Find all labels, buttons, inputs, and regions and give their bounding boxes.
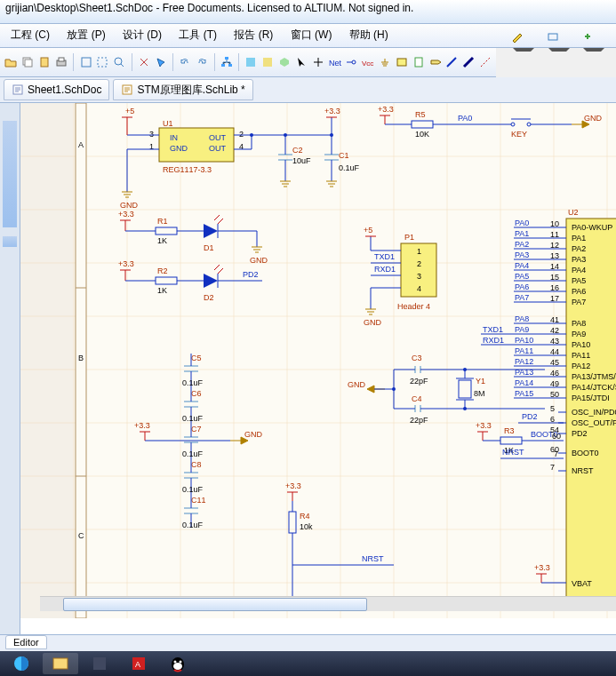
svg-rect-6 (82, 58, 91, 67)
svg-text:TXD1: TXD1 (374, 252, 395, 261)
svg-text:Y1: Y1 (476, 377, 485, 386)
tab-sheet1[interactable]: Sheet1.SchDoc (4, 79, 109, 100)
cursor-icon[interactable] (294, 53, 309, 71)
svg-text:U2: U2 (568, 208, 579, 217)
svg-text:Header 4: Header 4 (397, 302, 430, 311)
svg-text:C11: C11 (191, 496, 206, 505)
horizontal-scrollbar[interactable] (40, 596, 616, 611)
svg-text:PA11: PA11 (515, 346, 533, 355)
svg-text:PA1: PA1 (515, 229, 529, 238)
redo-icon[interactable] (195, 53, 210, 71)
svg-point-90 (463, 407, 467, 410)
toolbar-1: Net Vcc (0, 48, 496, 77)
svg-text:1K: 1K (157, 236, 167, 245)
layer-icon[interactable] (539, 28, 571, 49)
left-panel[interactable] (0, 103, 20, 652)
undo-icon[interactable] (178, 53, 193, 71)
svg-text:+3.3: +3.3 (118, 210, 134, 219)
svg-text:+5: +5 (364, 226, 372, 235)
svg-text:2: 2 (239, 130, 244, 139)
menu-window[interactable]: 窗口 (W) (284, 26, 340, 44)
tool-c-icon[interactable] (277, 53, 292, 71)
svg-text:C: C (78, 531, 84, 540)
pin-icon[interactable] (344, 53, 359, 71)
svg-text:6: 6 (550, 415, 555, 424)
menu-place[interactable]: 放置 (P) (60, 26, 112, 44)
svg-text:PA9: PA9 (572, 330, 586, 338)
svg-text:10k: 10k (300, 522, 313, 531)
svg-text:0.1uF: 0.1uF (182, 378, 204, 387)
pencil-icon[interactable] (503, 28, 535, 49)
svg-text:C7: C7 (191, 425, 202, 433)
sheet-icon[interactable] (411, 53, 426, 71)
svg-rect-13 (263, 58, 272, 67)
tab-editor[interactable]: Editor (5, 635, 47, 649)
svg-text:C4: C4 (412, 394, 422, 403)
svg-text:0.1uF: 0.1uF (182, 485, 204, 494)
select-icon[interactable] (153, 53, 168, 71)
zoom-area-icon[interactable] (95, 53, 110, 71)
svg-text:KEY: KEY (511, 130, 527, 139)
svg-text:60: 60 (550, 445, 559, 454)
open-icon[interactable] (4, 53, 19, 71)
svg-text:A: A (78, 140, 84, 149)
menu-tools[interactable]: 工具 (T) (172, 26, 224, 44)
svg-text:OUT: OUT (209, 144, 227, 153)
svg-text:+3.3: +3.3 (134, 421, 150, 430)
dash-icon[interactable] (478, 53, 493, 71)
svg-text:PA3: PA3 (515, 251, 529, 259)
svg-text:PA11: PA11 (572, 351, 590, 360)
svg-text:0.1uF: 0.1uF (182, 449, 204, 458)
cut-icon[interactable] (136, 53, 151, 71)
svg-rect-10 (221, 64, 225, 67)
menu-report[interactable]: 报告 (R) (227, 26, 280, 44)
copy-icon[interactable] (20, 53, 36, 71)
svg-text:PA10: PA10 (572, 340, 590, 349)
svg-point-44 (284, 133, 287, 137)
svg-text:GND: GND (244, 430, 263, 439)
svg-text:PA5: PA5 (572, 276, 586, 285)
nav-icon[interactable] (573, 28, 605, 49)
svg-text:10K: 10K (415, 130, 429, 139)
svg-point-47 (330, 133, 333, 137)
zoom-fit-icon[interactable] (78, 53, 93, 71)
svg-text:C6: C6 (191, 389, 202, 398)
svg-text:+3.3: +3.3 (476, 421, 492, 430)
tool-b-icon[interactable] (260, 53, 276, 71)
tab-schlib[interactable]: STM原理图库.SchLib * (113, 79, 252, 100)
cross-icon[interactable] (310, 53, 325, 71)
svg-text:PA15/JTDI: PA15/JTDI (572, 394, 610, 402)
taskbar: A (0, 651, 616, 652)
wire-icon[interactable] (444, 53, 460, 71)
svg-text:PA6: PA6 (572, 287, 586, 296)
svg-rect-11 (228, 64, 232, 67)
bus-icon[interactable] (461, 53, 476, 71)
svg-text:PA9: PA9 (515, 325, 529, 334)
net-icon[interactable]: Net (327, 53, 342, 71)
svg-text:REG1117-3.3: REG1117-3.3 (163, 165, 212, 174)
menu-help[interactable]: 帮助 (H) (342, 26, 396, 44)
svg-text:PA8: PA8 (515, 314, 529, 323)
svg-text:NRST: NRST (572, 466, 594, 475)
port-icon[interactable] (428, 53, 443, 71)
paste-icon[interactable] (37, 53, 52, 71)
menu-design[interactable]: 设计 (D) (116, 26, 169, 44)
gnd-icon[interactable] (378, 53, 393, 71)
zoom-sel-icon[interactable] (112, 53, 127, 71)
svg-text:PA2: PA2 (515, 240, 529, 249)
print-icon[interactable] (53, 53, 68, 71)
svg-point-89 (463, 368, 467, 371)
svg-text:PA8: PA8 (572, 319, 586, 328)
svg-text:PA7: PA7 (572, 298, 586, 306)
tool-a-icon[interactable] (244, 53, 259, 71)
menu-project[interactable]: 工程 (C) (4, 26, 57, 44)
svg-rect-3 (41, 58, 48, 67)
schematic-canvas[interactable]: A B C U1 IN OUT OUT GND REG1117-3.3 3 1 … (20, 103, 616, 652)
svg-text:PD2: PD2 (572, 429, 588, 438)
svg-text:IN: IN (170, 133, 178, 142)
vcc-icon[interactable]: Vcc (361, 53, 376, 71)
part-icon[interactable] (395, 53, 410, 71)
svg-text:PA2: PA2 (572, 244, 586, 253)
hierarchy-icon[interactable] (219, 53, 234, 71)
svg-text:D1: D1 (204, 243, 214, 252)
